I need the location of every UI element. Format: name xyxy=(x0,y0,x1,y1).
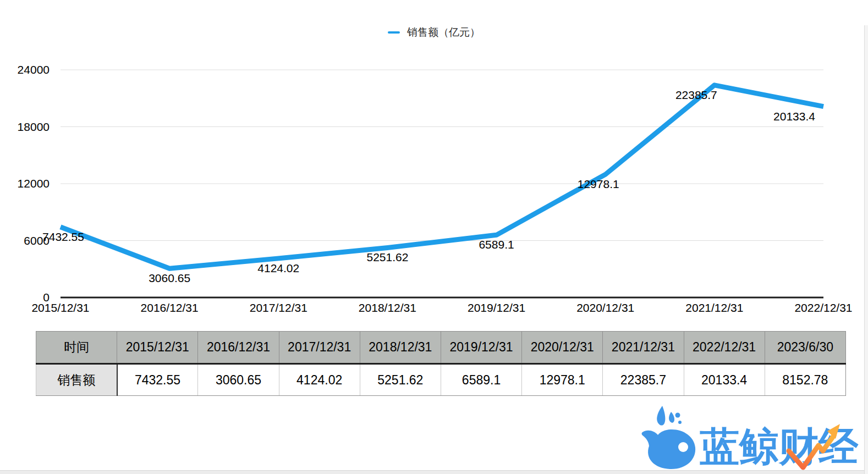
table-cell: 销售额 xyxy=(36,364,117,396)
data-label: 12978.1 xyxy=(543,178,653,190)
x-axis-label: 2018/12/31 xyxy=(340,301,434,315)
x-axis-label: 2017/12/31 xyxy=(232,301,325,315)
table-cell: 12978.1 xyxy=(522,364,603,396)
table-cell: 5251.62 xyxy=(360,364,441,396)
x-axis-label: 2015/12/31 xyxy=(14,301,107,315)
table-header-cell: 2018/12/31 xyxy=(360,332,441,364)
page-right-edge[interactable] xyxy=(864,25,868,474)
data-label: 22385.7 xyxy=(641,89,751,101)
table-row: 时间2015/12/312016/12/312017/12/312018/12/… xyxy=(36,332,846,364)
table-header-cell: 2022/12/31 xyxy=(684,332,765,364)
table-header-cell: 时间 xyxy=(36,332,117,364)
table-cell: 20133.4 xyxy=(684,364,765,396)
data-label: 3060.65 xyxy=(114,272,224,284)
table-header-cell: 2023/6/30 xyxy=(765,332,845,364)
x-axis-label: 2016/12/31 xyxy=(123,301,216,315)
table-cell: 7432.55 xyxy=(117,364,198,396)
data-label: 4124.02 xyxy=(223,262,333,274)
table-header-cell: 2019/12/31 xyxy=(441,332,521,364)
x-axis-label: 2020/12/31 xyxy=(559,301,652,315)
data-label: 7432.55 xyxy=(8,231,118,243)
whale-icon xyxy=(640,405,698,471)
table-row: 销售额7432.553060.654124.025251.626589.1129… xyxy=(36,364,846,396)
data-label: 6589.1 xyxy=(442,239,552,251)
data-table: 时间2015/12/312016/12/312017/12/312018/12/… xyxy=(36,331,846,396)
x-axis-label: 2021/12/31 xyxy=(668,301,761,315)
y-axis-label: 18000 xyxy=(0,120,50,134)
table-cell: 4124.02 xyxy=(279,364,360,396)
table-header-row: 时间2015/12/312016/12/312017/12/312018/12/… xyxy=(36,332,846,364)
page-bottom-edge xyxy=(0,470,868,474)
data-label: 20133.4 xyxy=(739,111,849,123)
table-cell: 3060.65 xyxy=(198,364,279,396)
table-header-cell: 2016/12/31 xyxy=(198,332,279,364)
trend-arrow-icon xyxy=(781,422,844,473)
table-cell: 8152.78 xyxy=(765,364,845,396)
table-header-cell: 2020/12/31 xyxy=(522,332,603,364)
y-axis-label: 24000 xyxy=(0,63,50,77)
y-axis-label: 12000 xyxy=(0,177,50,191)
x-axis-label: 2022/12/31 xyxy=(777,301,868,315)
table-header-cell: 2015/12/31 xyxy=(117,332,198,364)
table-header-cell: 2017/12/31 xyxy=(279,332,360,364)
line-chart: 06000120001800024000 2015/12/312016/12/3… xyxy=(0,0,868,330)
x-axis-label: 2019/12/31 xyxy=(450,301,543,315)
table-header-cell: 2021/12/31 xyxy=(603,332,684,364)
data-label: 5251.62 xyxy=(332,251,442,263)
table-cell: 22385.7 xyxy=(603,364,684,396)
table-cell: 6589.1 xyxy=(441,364,521,396)
